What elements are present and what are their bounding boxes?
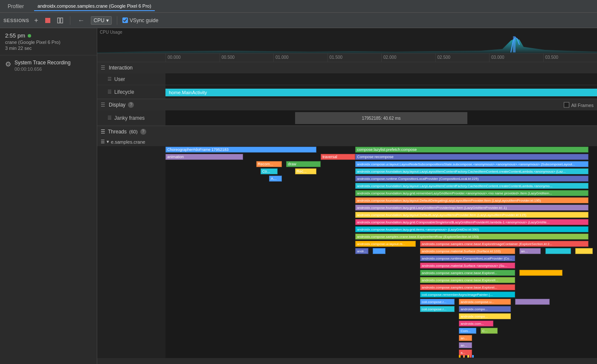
display-menu-icon[interactable]: ☰ — [101, 102, 105, 108]
stop-button[interactable] — [43, 17, 52, 24]
flame-remember-grid[interactable]: androidx.compose.foundation.lazy.grid.re… — [355, 190, 588, 196]
flame-animation-label: animation — [167, 155, 184, 159]
flame-compose-po[interactable]: androidx.compo... — [459, 306, 510, 312]
flame-composition-co[interactable]: androidx.compose.runtime.CompositionLoca… — [420, 255, 515, 261]
flame-row-3: Co... Rec... androidx.compose.foundation… — [165, 168, 597, 175]
flame-a[interactable]: A... — [269, 176, 282, 182]
flame-coil-remember[interactable]: coil.compose.rememberAsyncImagePainter (… — [420, 292, 515, 298]
flame-compose-u[interactable]: androidx.compose.u... — [459, 299, 510, 305]
flame-an-3[interactable] — [575, 248, 592, 254]
janky-frames-content[interactable]: 17952185: 40.62 ms — [165, 110, 597, 125]
divider1 — [70, 16, 70, 25]
flame-andr-2[interactable] — [373, 248, 385, 254]
threads-menu-icon[interactable]: ☰ — [101, 129, 105, 135]
flame-a-deep-label: a... — [461, 351, 465, 355]
thread-group-header[interactable]: ☰ ▾ e.samples.crane — [97, 137, 597, 146]
flame-explore-img-container[interactable]: androidx.compose.samples.crane.base.Expl… — [420, 241, 588, 247]
vsync-checkbox[interactable]: VSync guide — [122, 17, 158, 23]
user-track-content[interactable] — [165, 73, 597, 85]
flame-default-lazy[interactable]: androidx.compose.foundation.lazy.layout.… — [355, 212, 588, 218]
vsync-input[interactable] — [122, 17, 128, 23]
all-frames-checkbox-container[interactable]: All Frames — [564, 102, 594, 108]
flame-explore-img-label: androidx.compose.samples.crane.base.Expl… — [422, 242, 552, 246]
flame-compose-po2[interactable]: androidx.compo... — [459, 313, 510, 319]
flame-rec[interactable]: Rec... — [295, 168, 317, 174]
flame-coil-r1[interactable]: coil.compose.r... — [420, 299, 455, 305]
user-menu-icon[interactable]: ☰ — [107, 76, 112, 82]
all-frames-label: All Frames — [571, 102, 594, 107]
lifecycle-bar[interactable]: home.MainActivity — [165, 89, 597, 96]
flame-c-1[interactable]: C... — [481, 328, 498, 334]
display-info-icon[interactable]: ? — [128, 102, 134, 108]
flame-animation[interactable]: animation — [165, 154, 243, 160]
all-frames-cb-box[interactable] — [564, 102, 569, 108]
flame-choreographer[interactable]: Choreographer#doFrame 17952183 — [165, 147, 316, 153]
flame-canvas[interactable]: Choreographer#doFrame 17952183 compose:l… — [165, 146, 597, 358]
flame-row-11: androidx.compose.foundation.lazy.grid.it… — [165, 226, 597, 233]
flame-an-2[interactable] — [545, 248, 571, 254]
main-tab[interactable]: androidx.compose.samples.crane (Google P… — [34, 2, 155, 11]
cpu-sparkline — [97, 36, 597, 53]
flame-row-6: androidx.compose.foundation.lazy.grid.re… — [165, 190, 597, 196]
flame-coil-r1-label: coil.compose.r... — [422, 300, 446, 304]
flame-compose-po-label: androidx.compo... — [461, 307, 488, 311]
flame-explorel-1[interactable]: androidx.compose.samples.crane.base.Expl… — [420, 270, 515, 276]
split-button[interactable] — [55, 17, 65, 24]
janky-menu-icon[interactable]: ☰ — [107, 115, 112, 121]
flame-com-1[interactable]: Com... — [459, 328, 476, 334]
flame-material-surface[interactable]: androidx.compose.material.Surface (Surfa… — [420, 248, 515, 254]
lifecycle-track-label: ☰ Lifecycle — [97, 89, 165, 95]
flame-lazy-grid-dsl[interactable]: androidx.compose.foundation.lazy.grid.it… — [355, 226, 588, 232]
flame-lazy-grid-impl[interactable]: androidx.compose.foundation.lazy.grid.La… — [355, 205, 588, 211]
group-menu-icon[interactable]: ☰ — [101, 139, 105, 144]
flame-layoutnode-label: androidx.compose.ui.layout.LayoutNodeSub… — [357, 162, 575, 166]
flame-compose-com[interactable]: androidx.com... — [459, 321, 493, 326]
flame-composable-singletons[interactable]: androidx.compose.foundation.lazy.grid.Co… — [355, 219, 588, 225]
lifecycle-track-content[interactable]: home.MainActivity — [165, 85, 597, 98]
flame-explore-it[interactable]: androidx.compose.samples.crane.base.Expl… — [420, 277, 515, 283]
lifecycle-menu-icon[interactable]: ☰ — [107, 89, 112, 95]
flame-compose-recompose[interactable]: Compose:recompose — [355, 154, 588, 160]
recording-duration: 00:00:10.656 — [14, 66, 70, 72]
interaction-menu-icon[interactable]: ☰ — [101, 65, 105, 71]
recording-item[interactable]: ⚙ System Trace Recording 00:00:10.656 — [0, 55, 97, 76]
flame-explorel-2[interactable] — [519, 270, 562, 276]
flame-recom[interactable]: Recom... — [256, 161, 282, 167]
flame-recompose-label: Compose:recompose — [357, 155, 394, 159]
flame-composition-local[interactable]: androidx.compose.runtime.CompositionLoca… — [355, 176, 588, 182]
flame-an-deep2[interactable]: an... — [459, 342, 472, 348]
thread-flame-area: Choreographer#doFrame 17952183 compose:l… — [97, 146, 597, 358]
session-info: 2:55 pm crane (Google Pixel 6 Pro) 3 min… — [0, 28, 97, 55]
profiler-tab[interactable]: Profiler — [4, 2, 27, 11]
dropdown-arrow-icon: ▾ — [106, 17, 109, 23]
flame-compose-lazylist[interactable]: compose:lazylist:prefetch:compose — [355, 147, 588, 153]
flame-explorel-3[interactable]: androidx.compose.samples.crane.base.Expl… — [420, 284, 515, 290]
flame-andr-1[interactable]: andr... — [355, 248, 368, 254]
flame-mini-1 — [459, 355, 461, 358]
flame-explore-item-row[interactable]: androidx.compose.samples.crane.base.Expl… — [355, 234, 588, 240]
flame-lazy-content[interactable]: androidx.compose.foundation.lazy.layout.… — [355, 168, 588, 174]
threads-content[interactable]: ☰ ▾ e.samples.crane — [97, 137, 597, 364]
user-label: User — [114, 76, 125, 82]
flame-an-deep2-label: an... — [461, 344, 467, 347]
flame-ui-layout[interactable]: androidx.compose.ui.layout.m... — [355, 241, 416, 247]
flame-coil-r2[interactable]: coil.compose.r... — [420, 306, 455, 312]
flame-default-delegating[interactable]: androidx.compose.foundation.lazy.layout.… — [355, 197, 588, 203]
tick-3: 01.500 — [327, 54, 382, 62]
flame-default-lazy-label: androidx.compose.foundation.lazy.layout.… — [357, 213, 526, 217]
add-session-button[interactable]: + — [32, 16, 40, 25]
threads-info-icon[interactable]: ? — [140, 129, 146, 135]
flame-an-1[interactable]: an... — [519, 248, 541, 254]
flame-co[interactable]: Co... — [261, 168, 278, 174]
flame-draw[interactable]: draw — [286, 161, 321, 167]
flame-an-deep1[interactable]: an... — [459, 335, 472, 341]
flame-material-anon[interactable]: androidx.compose.material.Surface.<anony… — [420, 263, 515, 269]
cpu-dropdown[interactable]: CPU ▾ — [91, 16, 112, 25]
flame-layoutnode[interactable]: androidx.compose.ui.layout.LayoutNodeSub… — [355, 161, 588, 167]
flame-extra-1[interactable] — [515, 299, 550, 305]
flame-cached-content[interactable]: androidx.compose.foundation.lazy.layout.… — [355, 183, 588, 189]
threads-section: ☰ Threads (60) ? ☰ ▾ e.samples.crane — [97, 126, 597, 364]
flame-traversal[interactable]: traversal — [321, 154, 355, 160]
back-button[interactable]: ← — [75, 16, 87, 25]
flame-a-deep[interactable]: a... — [459, 350, 472, 355]
